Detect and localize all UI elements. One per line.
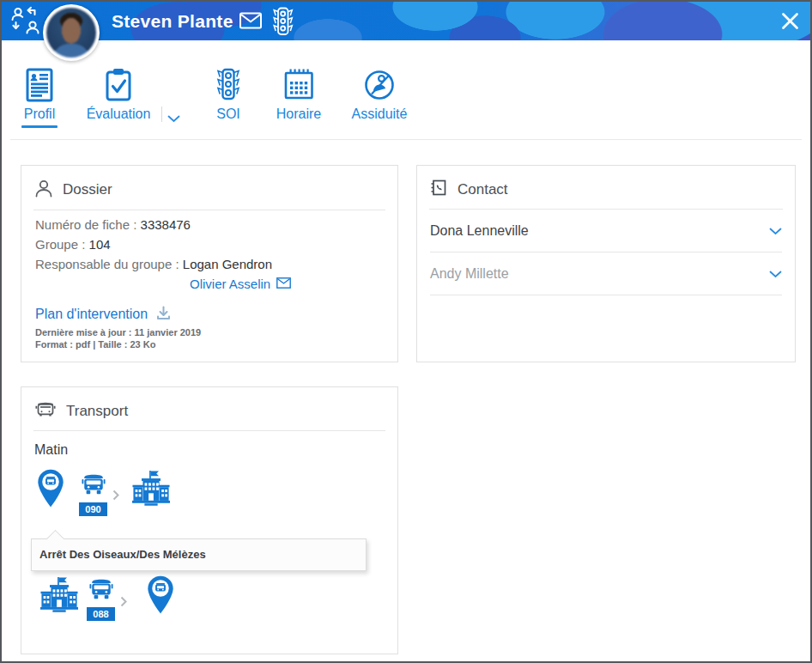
tab-profil[interactable]: Profil <box>14 66 65 128</box>
bus-stop-name: Arrêt Des Oiseaux/Des Mélèzes <box>32 539 366 570</box>
contact-name: Dona Lenneville <box>430 223 529 239</box>
responsable-email-link[interactable]: Olivier Asselin <box>190 274 270 294</box>
evaluation-dropdown-chevron-icon[interactable] <box>167 111 180 126</box>
bus-stop-pin-icon[interactable] <box>37 468 64 513</box>
chevron-right-icon <box>119 595 128 611</box>
bus-stop-pin-icon[interactable] <box>147 575 174 619</box>
clipboard-check-icon <box>76 66 161 104</box>
bus-stop-tooltip: Arrêt Des Oiseaux/Des Mélèzes <box>31 538 367 571</box>
bus-icon[interactable] <box>82 473 106 499</box>
email-envelope-icon[interactable] <box>276 274 291 294</box>
profile-header: Steven Plante <box>2 2 810 40</box>
field-groupe: Groupe : 104 <box>35 234 385 254</box>
school-icon[interactable] <box>132 470 170 513</box>
transport-period-label: Matin <box>34 442 385 458</box>
tab-assiduite[interactable]: Assiduité <box>343 66 415 122</box>
card-divider <box>33 430 385 431</box>
student-name: Steven Plante <box>112 2 233 40</box>
avatar-photo <box>46 8 96 58</box>
card-divider <box>33 210 385 210</box>
bus-outline-icon <box>34 400 57 422</box>
contact-row-dona[interactable]: Dona Lenneville <box>430 210 782 252</box>
contact-title: Contact <box>458 181 508 198</box>
calendar-icon <box>266 66 331 104</box>
field-numero-fiche: Numéro de fiche : 3338476 <box>35 215 385 234</box>
tab-assiduite-label: Assiduité <box>343 106 415 122</box>
contact-card: Contact Dona Lenneville Andy Millette <box>416 165 796 362</box>
close-icon[interactable] <box>781 12 799 30</box>
document-format-size: Format : pdf | Taille : 23 Ko <box>35 338 385 350</box>
contact-name: Andy Millette <box>430 266 509 282</box>
transport-route-morning-to-school: 090 <box>37 468 170 516</box>
tab-evaluation-label: Évaluation <box>76 106 161 122</box>
bus-number-badge: 090 <box>79 502 107 516</box>
person-icon <box>34 179 53 201</box>
transport-card: Transport Matin <box>21 386 398 654</box>
tab-divider <box>161 106 162 122</box>
transport-title: Transport <box>66 403 128 420</box>
traffic-light-icon[interactable] <box>272 7 294 40</box>
profile-document-icon <box>14 66 65 104</box>
student-avatar <box>43 4 100 61</box>
bus-icon[interactable] <box>89 578 113 604</box>
transport-route-school-to-stop: 088 <box>40 575 174 621</box>
tab-horaire-label: Horaire <box>266 106 331 122</box>
chevron-down-icon[interactable] <box>769 266 782 282</box>
active-tab-underline <box>21 125 58 128</box>
contact-row-andy[interactable]: Andy Millette <box>430 252 782 295</box>
field-responsable: Responsable du groupe : Logan Gendron <box>35 254 385 274</box>
dossier-card: Dossier Numéro de fiche : 3338476 Groupe… <box>21 165 398 362</box>
tab-evaluation[interactable]: Évaluation <box>76 66 161 122</box>
school-icon[interactable] <box>40 576 78 619</box>
contact-book-icon <box>430 179 448 200</box>
document-last-update: Dernière mise à jour : 11 janvier 2019 <box>35 326 385 338</box>
switch-student-icon[interactable] <box>9 5 42 36</box>
student-profile-dialog: Steven Plante <box>0 0 812 663</box>
tab-soi[interactable]: SOI <box>204 66 252 122</box>
chevron-down-icon[interactable] <box>769 223 782 239</box>
plan-intervention-link[interactable]: Plan d'intervention <box>35 307 148 322</box>
tab-horaire[interactable]: Horaire <box>266 66 331 122</box>
download-icon[interactable] <box>155 305 172 324</box>
tabbar-separator <box>10 139 802 140</box>
message-envelope-icon[interactable] <box>239 12 262 33</box>
chevron-right-icon <box>112 489 120 504</box>
dossier-title: Dossier <box>63 181 112 198</box>
bus-number-badge: 088 <box>87 607 115 621</box>
tab-soi-label: SOI <box>204 106 252 122</box>
soi-traffic-light-icon <box>204 66 252 104</box>
tab-profil-label: Profil <box>14 106 65 122</box>
attendance-person-icon <box>343 66 415 104</box>
